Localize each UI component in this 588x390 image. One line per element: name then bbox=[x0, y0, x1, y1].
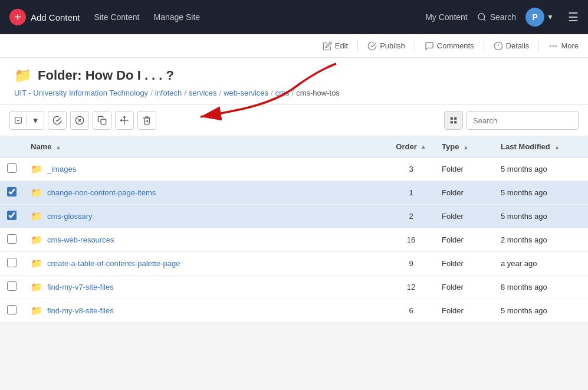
toolbar-copy-button[interactable] bbox=[93, 111, 111, 130]
row-name-cell: 📁 cms-glossary bbox=[24, 205, 387, 228]
select-all-group[interactable]: ▼ bbox=[9, 111, 44, 130]
search-input[interactable] bbox=[473, 116, 572, 125]
row-type-cell: Folder bbox=[435, 252, 494, 276]
sort-type-icon[interactable]: ▲ bbox=[463, 144, 469, 150]
more-label: More bbox=[561, 41, 579, 50]
row-modified-cell: 5 months ago bbox=[494, 181, 588, 205]
row-check-cell[interactable] bbox=[0, 228, 24, 252]
row-checkbox[interactable] bbox=[7, 305, 17, 314]
my-content-button[interactable]: My Content bbox=[425, 12, 468, 22]
row-order-cell: 12 bbox=[387, 276, 435, 299]
move-icon bbox=[120, 116, 129, 125]
row-check-cell[interactable] bbox=[0, 205, 24, 228]
page-header: 📁 Folder: How Do I . . . ? UIT - Univers… bbox=[0, 58, 588, 105]
col-order[interactable]: Order ▲ bbox=[387, 136, 435, 158]
name-cell: 📁 create-a-table-of-contents-palette-pag… bbox=[31, 258, 380, 269]
page-title: Folder: How Do I . . . ? bbox=[38, 68, 174, 83]
folder-link[interactable]: change-non-content-page-items bbox=[47, 188, 156, 197]
table-row: 📁 find-my-v7-site-files 12 Folder 8 mont… bbox=[0, 276, 588, 299]
row-checkbox[interactable] bbox=[7, 281, 17, 291]
row-checkbox[interactable] bbox=[7, 211, 17, 220]
col-order-label: Order bbox=[396, 142, 416, 151]
svg-rect-12 bbox=[101, 119, 106, 124]
folder-link[interactable]: cms-web-resources bbox=[47, 235, 114, 244]
search-nav[interactable]: Search bbox=[477, 12, 516, 22]
breadcrumb-item-1[interactable]: infotech bbox=[155, 89, 182, 97]
folder-link[interactable]: cms-glossary bbox=[47, 212, 93, 221]
row-checkbox[interactable] bbox=[7, 163, 17, 173]
row-type-cell: Folder bbox=[435, 181, 494, 205]
svg-point-0 bbox=[478, 14, 485, 20]
details-button[interactable]: Details bbox=[494, 41, 530, 51]
svg-line-1 bbox=[484, 19, 485, 21]
manage-site-link[interactable]: Manage Site bbox=[153, 12, 200, 22]
toolbar-publish-icon bbox=[52, 116, 62, 125]
breadcrumb-item-2[interactable]: services bbox=[189, 89, 217, 97]
search-box[interactable] bbox=[467, 111, 579, 130]
add-content-button[interactable]: + Add Content bbox=[9, 9, 80, 25]
row-check-cell[interactable] bbox=[0, 276, 24, 299]
toolbar-move-button[interactable] bbox=[115, 111, 134, 130]
top-nav: + Add Content Site Content Manage Site M… bbox=[0, 0, 588, 34]
col-name[interactable]: Name ▲ bbox=[24, 136, 387, 158]
svg-rect-16 bbox=[454, 117, 456, 120]
breadcrumb-item-3[interactable]: web-services bbox=[224, 89, 268, 97]
select-all-button[interactable] bbox=[10, 112, 27, 129]
toolbar-reject-icon bbox=[75, 116, 84, 125]
select-dropdown-button[interactable]: ▼ bbox=[27, 112, 44, 129]
row-name-cell: 📁 cms-web-resources bbox=[24, 228, 387, 252]
folder-title: 📁 Folder: How Do I . . . ? bbox=[14, 67, 574, 84]
content-table: Name ▲ Order ▲ Type ▲ Last Modified ▲ bbox=[0, 136, 588, 323]
col-modified-label: Last Modified bbox=[501, 142, 550, 151]
action-bar: Edit Publish Comments Details More bbox=[0, 34, 588, 58]
row-check-cell[interactable] bbox=[0, 158, 24, 181]
table-row: 📁 cms-glossary 2 Folder 5 months ago bbox=[0, 205, 588, 228]
row-order-cell: 2 bbox=[387, 205, 435, 228]
user-avatar[interactable]: P bbox=[525, 8, 544, 27]
grid-view-button[interactable] bbox=[444, 111, 463, 130]
toolbar-reject-button[interactable] bbox=[70, 111, 89, 130]
folder-small-icon: 📁 bbox=[31, 258, 42, 269]
toolbar-delete-button[interactable] bbox=[137, 111, 156, 130]
sort-name-icon[interactable]: ▲ bbox=[55, 144, 61, 150]
breadcrumb: UIT - University Information Technology … bbox=[14, 89, 574, 97]
breadcrumb-current: cms-how-tos bbox=[296, 89, 340, 97]
folder-link[interactable]: _images bbox=[47, 165, 76, 173]
row-check-cell[interactable] bbox=[0, 299, 24, 323]
site-content-link[interactable]: Site Content bbox=[94, 12, 139, 22]
folder-small-icon: 📁 bbox=[31, 305, 42, 316]
row-check-cell[interactable] bbox=[0, 181, 24, 205]
edit-button[interactable]: Edit bbox=[323, 41, 348, 51]
col-modified[interactable]: Last Modified ▲ bbox=[494, 136, 588, 158]
main-content: ▼ bbox=[0, 105, 588, 323]
toolbar-publish-button[interactable] bbox=[48, 111, 67, 130]
row-checkbox[interactable] bbox=[7, 187, 17, 196]
row-checkbox[interactable] bbox=[7, 234, 17, 244]
comments-icon bbox=[425, 41, 434, 51]
row-type-cell: Folder bbox=[435, 228, 494, 252]
publish-button[interactable]: Publish bbox=[367, 41, 405, 51]
breadcrumb-item-4[interactable]: cms bbox=[275, 89, 290, 97]
user-area[interactable]: P ▼ bbox=[525, 8, 554, 27]
sort-order-icon[interactable]: ▲ bbox=[421, 143, 426, 150]
edit-icon bbox=[323, 41, 332, 51]
folder-link[interactable]: find-my-v8-site-files bbox=[47, 306, 114, 315]
folder-link[interactable]: find-my-v7-site-files bbox=[47, 283, 114, 291]
comments-button[interactable]: Comments bbox=[425, 41, 474, 51]
col-type[interactable]: Type ▲ bbox=[435, 136, 494, 158]
breadcrumb-item-0[interactable]: UIT - University Information Technology bbox=[14, 89, 148, 97]
info-icon bbox=[494, 41, 503, 51]
row-check-cell[interactable] bbox=[0, 252, 24, 276]
row-order-cell: 6 bbox=[387, 299, 435, 323]
name-cell: 📁 change-non-content-page-items bbox=[31, 187, 380, 198]
sort-modified-icon[interactable]: ▲ bbox=[554, 144, 560, 150]
row-order-cell: 1 bbox=[387, 181, 435, 205]
hamburger-icon[interactable]: ☰ bbox=[568, 10, 579, 24]
row-checkbox[interactable] bbox=[7, 258, 17, 267]
folder-link[interactable]: create-a-table-of-contents-palette-page bbox=[47, 259, 180, 268]
table-row: 📁 find-my-v8-site-files 6 Folder 5 month… bbox=[0, 299, 588, 323]
row-name-cell: 📁 _images bbox=[24, 158, 387, 181]
folder-small-icon: 📁 bbox=[31, 211, 42, 222]
toolbar-container: ▼ bbox=[0, 105, 588, 136]
more-button[interactable]: More bbox=[548, 41, 579, 51]
